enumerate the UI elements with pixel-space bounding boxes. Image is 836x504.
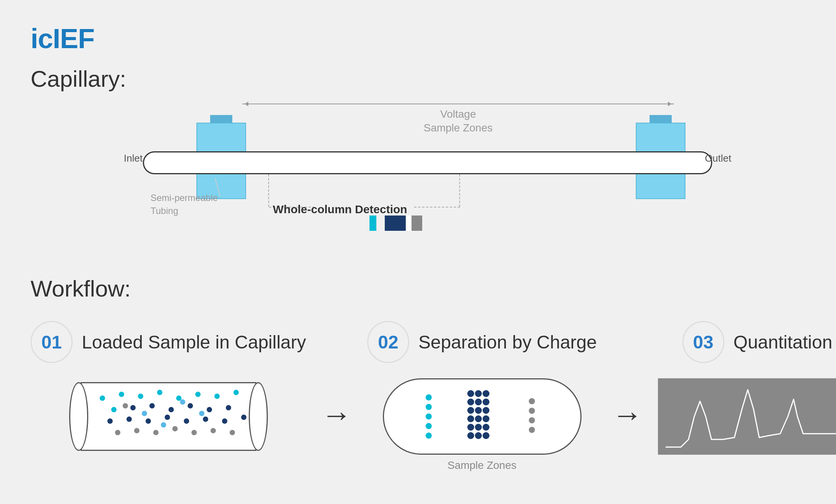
svg-point-22 bbox=[483, 432, 489, 439]
step1-dot bbox=[100, 395, 105, 401]
step1-left-cap bbox=[69, 382, 88, 451]
brand-title: icIEF bbox=[31, 23, 805, 54]
svg-point-7 bbox=[483, 390, 489, 397]
step1-dot bbox=[149, 403, 155, 408]
capillary-section: Capillary: VoltageSample Zones OH- H+ In… bbox=[31, 66, 805, 245]
voltage-arrow bbox=[242, 104, 674, 104]
workflow-steps: 01 Loaded Sample in Capillary → 02 Separ… bbox=[31, 321, 805, 472]
step1-dot bbox=[195, 392, 201, 397]
sample-zone-gray bbox=[412, 216, 422, 231]
step1-dot bbox=[126, 416, 132, 422]
step1-dot bbox=[184, 418, 189, 424]
workflow-step-1: 01 Loaded Sample in Capillary bbox=[31, 321, 306, 455]
step1-dot bbox=[165, 415, 170, 420]
step1-dot bbox=[241, 415, 246, 420]
dashed-horiz-right bbox=[414, 207, 460, 207]
step3-number: 03 bbox=[682, 321, 724, 363]
step1-dot bbox=[203, 416, 208, 422]
step1-dot bbox=[188, 403, 193, 408]
step1-dot bbox=[233, 390, 239, 395]
svg-point-26 bbox=[529, 427, 535, 433]
svg-point-1 bbox=[426, 404, 432, 410]
svg-point-6 bbox=[475, 390, 482, 397]
step1-dot bbox=[119, 392, 124, 397]
step1-dot bbox=[142, 411, 147, 416]
step2-label: Separation by Charge bbox=[418, 332, 597, 353]
svg-point-16 bbox=[483, 415, 489, 422]
svg-point-13 bbox=[483, 407, 489, 414]
dashed-line-left bbox=[268, 174, 269, 207]
sample-zone-cyan bbox=[369, 216, 376, 231]
svg-point-20 bbox=[467, 432, 474, 439]
step1-dot bbox=[191, 430, 197, 435]
step1-right-cap bbox=[249, 382, 268, 451]
step2-number: 02 bbox=[367, 321, 409, 363]
step1-dot bbox=[153, 430, 159, 435]
svg-point-18 bbox=[475, 424, 482, 431]
step1-dot bbox=[172, 426, 178, 431]
step1-dot bbox=[207, 407, 212, 412]
step1-dot bbox=[230, 430, 235, 435]
workflow-title: Workflow: bbox=[31, 275, 805, 302]
sample-zone-white bbox=[406, 216, 412, 231]
step3-label: Quantitation bbox=[734, 332, 833, 353]
svg-point-25 bbox=[529, 417, 535, 423]
svg-point-21 bbox=[475, 432, 482, 439]
step1-dot bbox=[123, 403, 128, 408]
svg-point-23 bbox=[529, 398, 535, 404]
step1-dots bbox=[88, 384, 249, 449]
voltage-label: VoltageSample Zones bbox=[242, 104, 674, 135]
arrow-2: → bbox=[597, 321, 658, 433]
sample-zone-navy bbox=[385, 216, 406, 231]
svg-point-19 bbox=[483, 424, 489, 431]
step3-header: 03 Quantitation bbox=[682, 321, 833, 363]
inlet-label: Inlet bbox=[124, 152, 143, 164]
step1-dot bbox=[111, 407, 117, 412]
svg-point-9 bbox=[475, 399, 482, 405]
step1-cylinder bbox=[69, 378, 268, 455]
semi-permeable-label: Semi-permeableTubing bbox=[151, 191, 218, 217]
step1-dot bbox=[115, 430, 120, 435]
step1-number: 01 bbox=[31, 321, 73, 363]
step1-dot bbox=[180, 399, 185, 405]
step1-dot bbox=[161, 422, 166, 428]
step2-dots-svg bbox=[383, 378, 582, 455]
svg-point-8 bbox=[467, 399, 474, 405]
step1-dot bbox=[168, 407, 174, 412]
step1-dot bbox=[130, 405, 136, 410]
svg-point-14 bbox=[467, 415, 474, 422]
step1-dot bbox=[134, 428, 139, 433]
step1-dot bbox=[138, 394, 143, 399]
step1-dot bbox=[214, 394, 220, 399]
arrow-1: → bbox=[306, 321, 367, 433]
capillary-tube bbox=[143, 151, 712, 174]
step1-dot bbox=[157, 390, 162, 395]
step1-header: 01 Loaded Sample in Capillary bbox=[31, 321, 306, 363]
step1-dot bbox=[211, 428, 216, 433]
step2-header: 02 Separation by Charge bbox=[367, 321, 597, 363]
whole-column-detection-label: Whole-column Detection bbox=[273, 203, 407, 216]
dashed-line-right bbox=[459, 174, 460, 207]
step1-label: Loaded Sample in Capillary bbox=[82, 332, 306, 353]
voltage-text: VoltageSample Zones bbox=[424, 107, 493, 135]
svg-point-5 bbox=[467, 390, 474, 397]
svg-point-11 bbox=[467, 407, 474, 414]
step1-dot bbox=[222, 418, 227, 424]
step1-dot bbox=[199, 411, 204, 416]
svg-point-15 bbox=[475, 415, 482, 422]
outlet-label: Outlet bbox=[705, 152, 731, 164]
svg-point-3 bbox=[426, 423, 432, 429]
step2-sublabel: Sample Zones bbox=[447, 459, 517, 472]
step2-cylinder bbox=[383, 378, 582, 455]
workflow-step-2: 02 Separation by Charge bbox=[367, 321, 597, 472]
chromatogram-svg bbox=[658, 378, 836, 455]
svg-point-17 bbox=[467, 424, 474, 431]
svg-point-24 bbox=[529, 408, 535, 414]
svg-point-10 bbox=[483, 399, 489, 405]
svg-point-12 bbox=[475, 407, 482, 414]
svg-point-4 bbox=[426, 433, 432, 439]
step1-dot bbox=[146, 418, 151, 424]
capillary-title: Capillary: bbox=[31, 66, 126, 92]
svg-point-2 bbox=[426, 413, 432, 420]
workflow-section: Workflow: 01 Loaded Sample in Capillary … bbox=[31, 275, 805, 472]
